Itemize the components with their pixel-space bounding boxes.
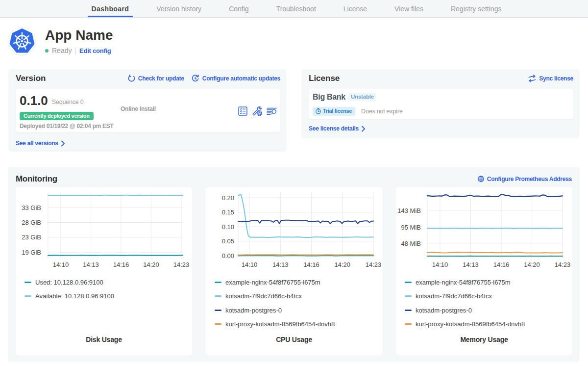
svg-text:14:20: 14:20 xyxy=(334,261,350,268)
svg-text:14:20: 14:20 xyxy=(524,261,540,268)
svg-text:14:20: 14:20 xyxy=(143,261,159,268)
svg-text:23 GiB: 23 GiB xyxy=(22,234,41,241)
svg-text:19 GiB: 19 GiB xyxy=(22,249,41,256)
svg-text:48 MiB: 48 MiB xyxy=(401,240,421,247)
svg-text:0.00: 0.00 xyxy=(222,252,234,260)
svg-text:0.05: 0.05 xyxy=(222,237,234,245)
svg-text:14:13: 14:13 xyxy=(272,261,289,268)
svg-text:95 MiB: 95 MiB xyxy=(401,224,421,231)
svg-text:0.10: 0.10 xyxy=(222,223,234,231)
svg-text:0.15: 0.15 xyxy=(222,209,234,216)
svg-text:14:16: 14:16 xyxy=(113,261,129,268)
svg-text:14:23: 14:23 xyxy=(173,261,190,268)
svg-text:14:23: 14:23 xyxy=(555,261,571,268)
svg-text:0.20: 0.20 xyxy=(222,194,234,202)
svg-text:14:16: 14:16 xyxy=(493,261,510,268)
svg-text:14:13: 14:13 xyxy=(83,261,99,268)
svg-text:14:10: 14:10 xyxy=(432,261,448,268)
svg-text:14:10: 14:10 xyxy=(242,261,258,268)
svg-text:14:13: 14:13 xyxy=(463,261,479,268)
svg-text:143 MiB: 143 MiB xyxy=(397,207,421,214)
svg-text:14:10: 14:10 xyxy=(53,261,69,268)
svg-text:28 GiB: 28 GiB xyxy=(22,219,41,226)
svg-text:14:23: 14:23 xyxy=(366,261,382,268)
svg-text:14:16: 14:16 xyxy=(303,261,319,268)
svg-text:33 GiB: 33 GiB xyxy=(22,204,41,211)
